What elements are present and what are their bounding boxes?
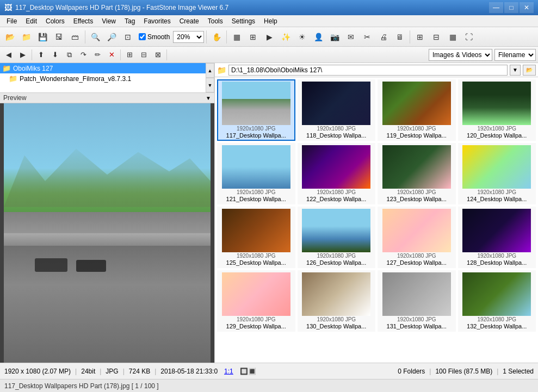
menu-item-effects[interactable]: Effects (69, 16, 97, 26)
tree-item-patch[interactable]: 📁 Patch_Wondershare_Filmora_v8.7.3.1 (0, 73, 214, 84)
grid-view2-button[interactable]: ⊟ (429, 29, 444, 45)
thumb-item-126[interactable]: 1920x1080 JPG126_Desktop Wallpa... (298, 207, 376, 268)
thumb-item-130[interactable]: 1920x1080 JPG130_Desktop Wallpa... (298, 270, 376, 332)
thumb-item-118[interactable]: 1920x1080 JPG118_Desktop Wallpa... (298, 79, 376, 141)
menu-item-view[interactable]: View (97, 16, 120, 26)
tree-scroll-down[interactable]: ▼ (206, 78, 214, 92)
preview-toggle[interactable]: ▼ (206, 95, 211, 101)
fullscreen-button[interactable]: ⛶ (461, 29, 477, 45)
thumbnail-view-button[interactable]: 🗃 (67, 29, 83, 45)
grid-view3-button[interactable]: ▦ (445, 29, 460, 45)
thumbsize2-button[interactable]: ⊟ (137, 48, 150, 61)
save-button[interactable]: 💾 (35, 29, 50, 45)
thumb-item-125[interactable]: 1920x1080 JPG125_Desktop Wallpa... (217, 207, 295, 268)
thumb-item-117[interactable]: 1920x1080 JPG117_Desktop Wallpa... (217, 79, 295, 141)
thumb-name-127: 127_Desktop Wallpa... (380, 259, 454, 266)
tree-item-oboiMiks127[interactable]: 📁 OboiMiks 127 (0, 63, 214, 73)
crop-button[interactable]: ✂ (360, 29, 375, 45)
print-button[interactable]: 🖨 (376, 29, 391, 45)
save-as-button[interactable]: 🖫 (51, 29, 66, 45)
grid-view1-button[interactable]: ⊞ (412, 29, 428, 45)
tree-scroll-up[interactable]: ▲ (206, 63, 214, 78)
menu-item-file[interactable]: File (2, 16, 21, 26)
sort-filter[interactable]: Filename Date Size Type (494, 49, 536, 61)
media-type-filter[interactable]: Images & Videos Images Only Videos Only … (429, 49, 492, 61)
nav-back-button[interactable]: ◀ (2, 48, 15, 61)
rename-button[interactable]: ✏ (91, 48, 104, 61)
thumb-meta-127: 1920x1080 JPG (380, 252, 454, 259)
thumb-img-131 (382, 272, 451, 316)
thumb-item-128[interactable]: 1920x1080 JPG128_Desktop Wallpa... (458, 207, 536, 268)
file-count: 100 Files (87.5 MB) (435, 368, 492, 375)
maximize-button[interactable]: □ (504, 2, 518, 13)
thumb-item-129[interactable]: 1920x1080 JPG129_Desktop Wallpa... (217, 270, 295, 332)
thumb-item-119[interactable]: 1920x1080 JPG119_Desktop Wallpa... (378, 79, 456, 141)
thumb-item-122[interactable]: 1920x1080 JPG122_Desktop Wallpa... (298, 143, 376, 204)
thumb-meta-120: 1920x1080 JPG (460, 125, 534, 132)
batch-button[interactable]: ⊞ (245, 29, 261, 45)
thumb-name-132: 132_Desktop Wallpa... (460, 323, 534, 329)
menu-item-tag[interactable]: Tag (120, 16, 139, 26)
slideshow-button[interactable]: ▶ (262, 29, 277, 45)
user-button[interactable]: 👤 (311, 29, 326, 45)
filter-dropdowns: Images & Videos Images Only Videos Only … (429, 49, 536, 61)
thumbsize1-button[interactable]: ⊞ (123, 48, 136, 61)
address-go-button[interactable]: ▼ (510, 65, 521, 76)
menu-item-colors[interactable]: Colors (41, 16, 69, 26)
move-button[interactable]: ↷ (77, 48, 90, 61)
thumbsize3-button[interactable]: ⊠ (151, 48, 164, 61)
minimize-button[interactable]: — (489, 2, 503, 13)
sun-button[interactable]: ☀ (294, 29, 310, 45)
close-button[interactable]: ✕ (520, 2, 534, 13)
menu-item-tools[interactable]: Tools (203, 16, 227, 26)
zoom-select[interactable]: 20% 10% 15% 25% 33% 50% 75% 100% (173, 31, 204, 43)
thumb-item-132[interactable]: 1920x1080 JPG132_Desktop Wallpa... (458, 270, 536, 332)
nav-forward-button[interactable]: ▶ (16, 48, 29, 61)
menu-item-create[interactable]: Create (175, 16, 203, 26)
thumb-name-121: 121_Desktop Wallpa... (219, 196, 293, 202)
menu-item-help[interactable]: Help (259, 16, 282, 26)
menu-item-settings[interactable]: Settings (227, 16, 259, 26)
thumbnail-grid[interactable]: 1920x1080 JPG117_Desktop Wallpa...1920x1… (215, 77, 538, 363)
hand-tool-button[interactable]: ✋ (209, 29, 224, 45)
mail-button[interactable]: ✉ (343, 29, 358, 45)
camera-button[interactable]: 📷 (327, 29, 342, 45)
thumb-item-127[interactable]: 1920x1080 JPG127_Desktop Wallpa... (378, 207, 456, 268)
address-browse-button[interactable]: 📂 (523, 65, 536, 76)
main-toolbar: 📂 📁 💾 🖫 🗃 🔍 🔎 ⊡ Smooth 20% 10% 15% 25% 3… (0, 27, 538, 47)
window-title: 117_Desktop Wallpapers HD Part (178).jpg… (15, 4, 489, 11)
thumb-item-131[interactable]: 1920x1080 JPG131_Desktop Wallpa... (378, 270, 456, 332)
zoom-in-button[interactable]: 🔍 (88, 29, 103, 45)
folder-count: 0 Folders (398, 368, 425, 375)
datetime: 2018-05-18 21:33:0 (160, 368, 218, 375)
tree-scrollbar: ▲ ▼ (206, 63, 214, 92)
folder-tree[interactable]: ▲ ▼ 📁 OboiMiks 127 📁 Patch_Wondershare_F… (0, 63, 214, 93)
menu-item-edit[interactable]: Edit (21, 16, 41, 26)
thumb-meta-132: 1920x1080 JPG (460, 316, 534, 323)
thumb-img-130 (302, 272, 370, 316)
thumb-img-121 (222, 145, 290, 189)
window-controls: — □ ✕ (489, 2, 534, 13)
smooth-checkbox-label[interactable]: Smooth (139, 33, 170, 41)
nav-sep-1 (32, 49, 32, 60)
thumb-item-124[interactable]: 1920x1080 JPG124_Desktop Wallpa... (458, 143, 536, 204)
thumb-img-119 (382, 82, 451, 125)
copy2-button[interactable]: ⧉ (63, 48, 76, 61)
thumb-item-123[interactable]: 1920x1080 JPG123_Desktop Wallpa... (378, 143, 456, 204)
thumb-item-121[interactable]: 1920x1080 JPG121_Desktop Wallpa... (217, 143, 295, 204)
compare-button[interactable]: ▦ (229, 29, 244, 45)
zoom-out-button[interactable]: 🔎 (104, 29, 119, 45)
download-button[interactable]: ⬇ (48, 48, 61, 61)
monitor-button[interactable]: 🖥 (392, 29, 407, 45)
open-folder-button[interactable]: 📁 (18, 29, 34, 45)
thumb-item-120[interactable]: 1920x1080 JPG120_Desktop Wallpa... (458, 79, 536, 141)
addr-folder-icon: 📁 (217, 66, 226, 74)
smooth-checkbox[interactable] (139, 33, 146, 40)
delete-button[interactable]: ✕ (105, 48, 118, 61)
fit-button[interactable]: ⊡ (120, 29, 135, 45)
enhance-button[interactable]: ✨ (278, 29, 293, 45)
open-button[interactable]: 📂 (2, 29, 17, 45)
address-input[interactable] (228, 65, 508, 76)
menu-item-favorites[interactable]: Favorites (139, 16, 175, 26)
upload-button[interactable]: ⬆ (34, 48, 47, 61)
